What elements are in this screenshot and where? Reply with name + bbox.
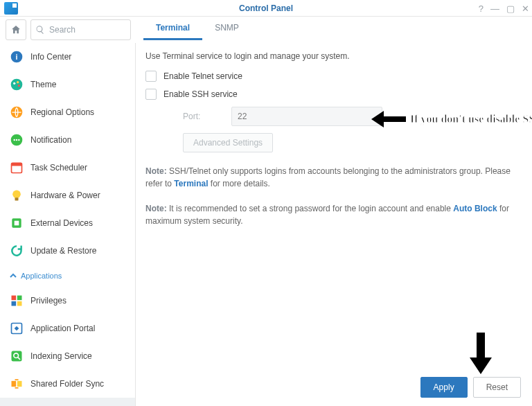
sidebar-item-label: Privileges	[30, 296, 66, 306]
annotation-ssh: If you don't use disable SSH service	[371, 111, 532, 127]
grid-icon	[10, 294, 24, 308]
maximize-icon[interactable]: ▢	[506, 3, 515, 14]
svg-rect-25	[17, 381, 22, 387]
window-title: Control Panel	[0, 3, 532, 13]
svg-point-13	[12, 191, 21, 199]
sidebar-item-label: Indexing Service	[30, 351, 92, 361]
svg-rect-18	[17, 296, 22, 301]
sidebar-item-theme[interactable]: Theme	[0, 71, 135, 98]
sidebar-item-privileges[interactable]: Privileges	[0, 287, 135, 315]
svg-point-9	[16, 139, 18, 141]
sidebar-item-app-portal[interactable]: Application Portal	[0, 315, 135, 342]
window-titlebar: Control Panel ? — ▢ ✕	[0, 0, 532, 17]
svg-rect-20	[17, 301, 22, 306]
sidebar-item-label: Regional Options	[30, 107, 94, 117]
close-icon[interactable]: ✕	[522, 3, 529, 14]
sidebar-item-external[interactable]: External Devices	[0, 209, 135, 237]
checkbox-ssh[interactable]	[145, 89, 157, 100]
search-input-wrap[interactable]	[30, 19, 131, 40]
minimize-icon[interactable]: —	[490, 3, 499, 14]
note-label: Note:	[145, 204, 167, 213]
help-icon[interactable]: ?	[479, 3, 484, 14]
tab-terminal[interactable]: Terminal	[143, 16, 202, 40]
svg-point-2	[11, 79, 23, 91]
sidebar-item-label: Shared Folder Sync	[30, 379, 104, 389]
content-pane: Use Terminal service to login and manage…	[136, 43, 532, 406]
port-label: Port:	[183, 112, 231, 121]
note-text: for more details.	[208, 179, 269, 188]
toolbar: Terminal SNMP	[0, 17, 532, 43]
tabs: Terminal SNMP	[143, 19, 251, 40]
calendar-icon	[10, 161, 24, 175]
sidebar-section-applications[interactable]: Applications	[0, 265, 135, 287]
globe-icon	[10, 105, 24, 119]
note-label: Note:	[145, 166, 167, 176]
svg-rect-12	[12, 163, 22, 166]
svg-rect-16	[15, 221, 19, 226]
sidebar-item-task-scheduler[interactable]: Task Scheduler	[0, 154, 135, 182]
portal-icon	[10, 321, 24, 335]
arrow-down-icon	[470, 333, 490, 374]
tab-snmp[interactable]: SNMP	[202, 16, 251, 40]
footer-buttons: Apply Reset	[420, 377, 521, 398]
bulb-icon	[10, 188, 24, 202]
sidebar-item-label: Update & Restore	[30, 246, 96, 256]
sidebar-item-label: Theme	[30, 80, 56, 89]
advanced-settings-button: Advanced Settings	[183, 133, 273, 152]
svg-point-3	[13, 82, 15, 85]
palette-icon	[10, 78, 24, 91]
chevron-up-icon	[10, 272, 17, 279]
svg-point-5	[18, 85, 20, 87]
sidebar-item-shared-sync[interactable]: Shared Folder Sync	[0, 370, 135, 398]
sidebar-section-label: Applications	[21, 272, 62, 280]
auto-block-link[interactable]: Auto Block	[453, 204, 497, 213]
info-icon: i	[10, 50, 24, 64]
chat-icon	[10, 133, 24, 147]
apply-button[interactable]: Apply	[420, 377, 468, 398]
intro-text: Use Terminal service to login and manage…	[145, 51, 521, 61]
search-input[interactable]	[49, 25, 126, 35]
svg-rect-22	[12, 351, 22, 362]
sidebar-item-label: Hardware & Power	[30, 191, 100, 200]
svg-rect-24	[12, 381, 17, 387]
option-ssh[interactable]: Enable SSH service	[145, 89, 521, 100]
svg-text:i: i	[15, 53, 17, 61]
sync-icon	[10, 377, 24, 391]
sidebar-item-info-center[interactable]: i Info Center	[0, 43, 135, 71]
svg-rect-19	[12, 301, 17, 306]
sidebar-item-label: Notification	[30, 135, 71, 145]
svg-point-10	[18, 139, 20, 141]
sidebar-item-label: Task Scheduler	[30, 163, 87, 173]
svg-rect-14	[15, 197, 19, 200]
option-telnet-label: Enable Telnet service	[163, 71, 242, 81]
checkbox-telnet[interactable]	[145, 71, 157, 82]
home-icon	[10, 24, 21, 35]
option-ssh-label: Enable SSH service	[163, 89, 238, 99]
port-input	[231, 107, 382, 126]
note-text: It is recommended to set a strong passwo…	[167, 204, 454, 213]
svg-rect-17	[12, 296, 17, 301]
sidebar-item-indexing[interactable]: Indexing Service	[0, 342, 135, 370]
note-autoblock: Note: It is recommended to set a strong …	[145, 202, 521, 227]
sidebar-item-update[interactable]: Update & Restore	[0, 237, 135, 265]
sidebar-item-regional[interactable]: Regional Options	[0, 98, 135, 126]
sidebar-item-label: Application Portal	[30, 324, 95, 333]
terminal-link[interactable]: Terminal	[174, 179, 208, 188]
sidebar-item-notification[interactable]: Notification	[0, 126, 135, 154]
annotation-text: If you don't use disable SSH service	[410, 113, 532, 125]
option-telnet[interactable]: Enable Telnet service	[145, 71, 521, 82]
search-doc-icon	[10, 349, 24, 363]
refresh-icon	[10, 244, 24, 258]
sidebar-item-terminal-snmp[interactable]: Terminal & SNMP	[0, 398, 135, 406]
search-icon	[35, 25, 45, 35]
sidebar-item-label: Info Center	[30, 52, 71, 62]
reset-button[interactable]: Reset	[473, 377, 521, 398]
sidebar: i Info Center Theme Regional Options Not…	[0, 43, 136, 406]
sidebar-item-label: External Devices	[30, 218, 93, 228]
svg-point-8	[13, 139, 15, 141]
note-ssh-admin: Note: SSH/Telnet only supports logins fr…	[145, 165, 521, 190]
svg-point-4	[17, 81, 19, 83]
drive-icon	[10, 216, 24, 230]
home-button[interactable]	[6, 19, 26, 40]
sidebar-item-hardware[interactable]: Hardware & Power	[0, 182, 135, 209]
